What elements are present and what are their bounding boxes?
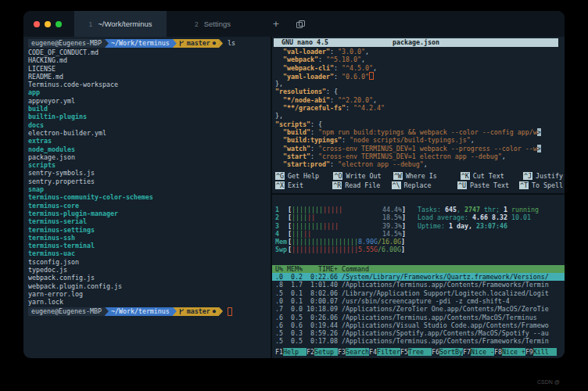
- nano-shortcut-write-out[interactable]: ^OWrite Out: [333, 172, 393, 180]
- prompt-path: ~/Work/terminus: [105, 39, 173, 48]
- nano-token: "^5.18.0": [326, 56, 361, 63]
- watermark: CSDN @: [537, 379, 560, 385]
- nano-token: :: [334, 73, 342, 81]
- nano-token: "watch": [283, 145, 310, 152]
- htop-fkey-nice-[interactable]: F7Nice -: [463, 348, 494, 356]
- prompt-git-branch: master ●: [173, 307, 219, 316]
- nano-shortcut-justify[interactable]: ^JJustify: [523, 172, 563, 180]
- tab-terminal[interactable]: 1 ~/Work/terminus: [74, 11, 167, 37]
- process-table-header[interactable]: U% MEM% TIME+ Command: [272, 265, 565, 273]
- prompt-user: eugene@Eugenes-MBP: [28, 39, 105, 48]
- fkey-number: F4: [369, 348, 377, 356]
- htop-fkey-kill[interactable]: F9Kill: [525, 348, 557, 356]
- powerline-arrow: [219, 307, 223, 316]
- file-entry: electron-builder.yml: [28, 129, 271, 137]
- duplicate-tab-button[interactable]: [292, 11, 310, 37]
- meter-label: 2: [275, 213, 288, 221]
- htop-fkey-search[interactable]: F3Search: [338, 348, 369, 356]
- process-row[interactable]: .6 0.6 0:19.44 /Applications/Visual Stud…: [272, 321, 565, 329]
- directory-entry: build: [28, 105, 271, 113]
- git-branch-icon: [179, 308, 185, 315]
- process-row[interactable]: .8 1.7 1:01.40 /Applications/Terminus.ap…: [272, 281, 565, 289]
- htop-fkey-nice+[interactable]: F8Nice +: [494, 348, 525, 356]
- file-entry: CODE_OF_CONDUCT.md: [28, 48, 271, 56]
- tab-settings[interactable]: 2 Settings: [167, 11, 259, 37]
- branch-name: master: [187, 307, 210, 316]
- shortcut-label: To Spell: [532, 181, 563, 189]
- shortcut-label: Read File: [345, 181, 380, 189]
- process-row[interactable]: .7 0.0 10:18.09 /Applications/ZeroTier O…: [272, 305, 565, 313]
- directory-entry: scripts: [28, 161, 271, 169]
- close-button[interactable]: [34, 21, 40, 27]
- nano-token: "npm run build:typings && webpack --colo…: [318, 128, 537, 136]
- shortcut-key: ^J: [523, 172, 532, 180]
- htop-fkey-tree[interactable]: F5Tree: [400, 348, 432, 356]
- file-entry: LICENSE: [28, 65, 271, 73]
- shortcut-key: ^G: [275, 172, 285, 180]
- nano-token: "electron app --debug": [338, 160, 424, 168]
- nano-token: "scripts": [275, 120, 310, 128]
- fkey-label: Help: [283, 348, 307, 356]
- minimize-button[interactable]: [45, 21, 51, 27]
- htop-stat-line: Load average: 4.66 8.32 10.01: [418, 213, 539, 221]
- process-row[interactable]: .0 0.2 0:22.66 /System/Library/Framework…: [272, 273, 565, 281]
- htop-fkey-sortby[interactable]: F6SortBy: [432, 348, 463, 356]
- meter-used: 5.55G: [358, 246, 378, 253]
- nano-token: : {: [326, 88, 338, 95]
- file-entry: yarn-error.log: [28, 290, 271, 298]
- nano-token: "webpack-cli": [283, 64, 334, 72]
- nano-shortcut-cut-text[interactable]: ^KCut Text: [461, 172, 523, 180]
- meter-value: 18.5%: [382, 213, 402, 221]
- directory-entry: node_modules: [28, 145, 271, 153]
- nano-line: "build:typings": "node scripts/build-typ…: [272, 136, 563, 144]
- nano-token: "^2.20.0": [338, 96, 373, 104]
- nano-token: :: [330, 160, 338, 168]
- nano-shortcut-paste-text[interactable]: ^UPaste Text: [457, 181, 519, 189]
- shortcut-key: ^\: [392, 181, 401, 189]
- process-row[interactable]: .5 0.1 8:02.06 /Library/Application Supp…: [272, 289, 565, 297]
- nano-line: "start": "cross-env TERMINUS_DEV=1 elect…: [272, 152, 563, 160]
- swp-meter: Swp[|||||||||||||||||5.55G/6.00G]: [275, 246, 565, 253]
- directory-entry: terminus-serial: [28, 217, 271, 225]
- htop-fkey-help[interactable]: F1Help: [275, 348, 307, 356]
- nano-token: ,: [373, 64, 377, 72]
- meter-value: 14.5%: [382, 230, 402, 238]
- nano-shortcut-to-spell[interactable]: ^TTo Spell: [519, 181, 563, 189]
- nano-shortcut-exit[interactable]: ^XExit: [275, 181, 332, 189]
- terminal-cursor: [228, 307, 232, 316]
- maximize-button[interactable]: [56, 21, 62, 27]
- nano-token: ,: [502, 152, 506, 160]
- nano-token: [275, 136, 283, 144]
- htop-pane[interactable]: 1[|||||||||||||44.4%]2[||||||18.5%]3[|||…: [272, 195, 565, 358]
- meter-bar: |||||||||||||||||: [292, 246, 358, 253]
- process-row[interactable]: .0 0.1 0:00.07 /usr/sbin/screencapture -…: [272, 297, 565, 305]
- nano-token: "**/graceful-fs": [283, 104, 346, 112]
- nano-line: "scripts": {: [272, 120, 563, 128]
- nano-pane[interactable]: package.json GNU nano 4.5 "val-loader": …: [272, 37, 565, 193]
- process-row[interactable]: .5 0.5 0:17.08 /Applications/Terminus.ap…: [272, 337, 565, 345]
- fkey-number: F8: [494, 348, 502, 356]
- process-row[interactable]: .6 0.5 0:26.06 /Applications/Terminus.ap…: [272, 314, 565, 321]
- cpu-meter-4: 4[|||||14.5%]: [275, 230, 565, 238]
- directory-entry: terminus-plugin-manager: [28, 210, 271, 217]
- shortcut-key: ^X: [275, 181, 285, 189]
- nano-token: "start:prod": [283, 160, 330, 168]
- nano-shortcut-replace[interactable]: ^\Replace: [392, 181, 458, 189]
- terminal-pane[interactable]: eugene@Eugenes-MBP ~/Work/terminus maste…: [23, 37, 271, 358]
- htop-fkey-setup[interactable]: F2Setup: [307, 348, 338, 356]
- nano-shortcut-read-file[interactable]: ^RRead File: [332, 181, 391, 189]
- nano-buffer: "val-loader": "3.0.0", "webpack": "^5.18…: [272, 48, 563, 168]
- nano-shortcut-where-is[interactable]: ^WWhere Is: [393, 172, 461, 180]
- new-tab-button[interactable]: +: [267, 11, 285, 37]
- meter-used: 8.90G: [358, 238, 378, 246]
- file-entry: Terminus.code-workspace: [28, 81, 271, 88]
- nano-token: "0.6.0": [342, 73, 369, 81]
- titlebar[interactable]: 1 ~/Work/terminus 2 Settings +: [23, 11, 565, 37]
- nano-token: "node scripts/build-typings.js": [350, 136, 471, 144]
- nano-token: ,: [373, 96, 377, 104]
- htop-fkey-filter[interactable]: F4Filter: [369, 348, 400, 356]
- htop-stat-line: Uptime: 1 day, 23:07:46: [418, 222, 539, 230]
- nano-shortcut-get-help[interactable]: ^GGet Help: [275, 172, 333, 180]
- shortcut-key: ^U: [457, 181, 467, 189]
- process-row[interactable]: .5 0.3 8:59.26 /Applications/Spotify.app…: [272, 329, 565, 337]
